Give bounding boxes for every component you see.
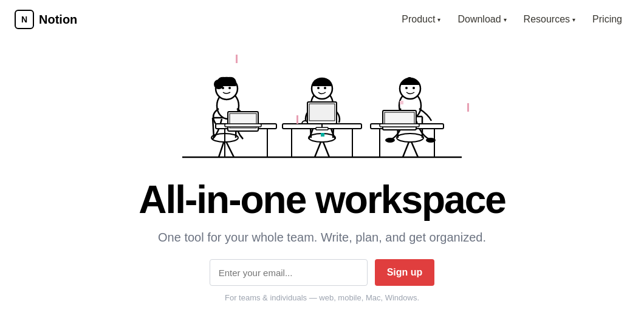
headline: All-in-one workspace bbox=[139, 178, 505, 221]
svg-point-45 bbox=[405, 87, 408, 89]
hero-section: All-in-one workspace One tool for your w… bbox=[0, 39, 644, 302]
nav-item-download[interactable]: Download ▾ bbox=[450, 9, 513, 30]
svg-point-46 bbox=[413, 87, 415, 89]
svg-point-27 bbox=[324, 87, 326, 89]
subheadline: One tool for your whole team. Write, pla… bbox=[158, 231, 486, 245]
svg-point-20 bbox=[309, 134, 335, 142]
brand-name: Notion bbox=[39, 13, 77, 27]
svg-rect-17 bbox=[225, 124, 261, 127]
nav-label-resources: Resources bbox=[524, 14, 570, 25]
nav-label-pricing: Pricing bbox=[592, 14, 622, 25]
chevron-down-icon: ▾ bbox=[437, 16, 440, 23]
svg-point-11 bbox=[228, 87, 231, 89]
nav-item-product[interactable]: Product ▾ bbox=[394, 9, 448, 30]
nav-links: Product ▾ Download ▾ Resources ▾ Pricing bbox=[394, 9, 629, 30]
nav-item-resources[interactable]: Resources ▾ bbox=[516, 9, 583, 30]
sub-caption: For teams & individuals — web, mobile, M… bbox=[225, 293, 419, 302]
svg-point-47 bbox=[385, 138, 395, 143]
svg-point-10 bbox=[222, 87, 224, 89]
svg-point-44 bbox=[406, 77, 413, 83]
chevron-down-icon: ▾ bbox=[572, 16, 575, 23]
nav-label-download: Download bbox=[457, 14, 501, 25]
notion-icon: N bbox=[15, 10, 34, 29]
cta-row: Sign up bbox=[210, 259, 435, 286]
svg-rect-35 bbox=[316, 127, 328, 130]
logo[interactable]: N Notion bbox=[15, 10, 77, 29]
svg-rect-54 bbox=[380, 124, 419, 127]
svg-rect-33 bbox=[309, 104, 335, 121]
nav-label-product: Product bbox=[402, 14, 435, 25]
nav-item-pricing[interactable]: Pricing bbox=[585, 9, 629, 30]
svg-point-26 bbox=[317, 87, 320, 89]
signup-button[interactable]: Sign up bbox=[375, 259, 435, 286]
email-input[interactable] bbox=[210, 259, 368, 286]
chevron-down-icon: ▾ bbox=[504, 16, 507, 23]
hero-illustration bbox=[164, 45, 480, 172]
svg-point-38 bbox=[397, 134, 423, 142]
workspace-illustration-svg bbox=[164, 45, 480, 166]
navbar: N Notion Product ▾ Download ▾ Resources … bbox=[0, 0, 644, 39]
notion-logo-letter: N bbox=[21, 15, 27, 24]
